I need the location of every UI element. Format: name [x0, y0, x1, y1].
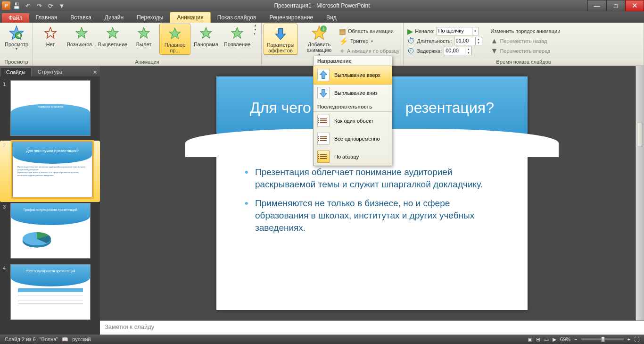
anim-pan-label: Панорама [194, 42, 218, 47]
svg-marker-7 [169, 28, 181, 39]
fit-window-icon[interactable]: ⛶ [632, 336, 641, 342]
anim-reveal[interactable]: Появление [222, 24, 253, 48]
anim-pan[interactable]: Панорама [190, 24, 222, 48]
star-icon [43, 25, 58, 41]
menu-item-label: Все одновременно [334, 136, 380, 142]
tab-home[interactable]: Главная [29, 12, 64, 23]
view-normal-icon[interactable]: ▣ [526, 336, 534, 343]
duration-spinner[interactable]: 01,00▲▼ [454, 37, 482, 45]
refresh-icon[interactable]: ⟳ [45, 1, 56, 10]
svg-marker-8 [200, 27, 212, 38]
star-icon [167, 26, 182, 41]
lines-icon [317, 115, 330, 127]
tab-slides[interactable]: Слайды [0, 67, 32, 76]
tab-review[interactable]: Рецензирование [263, 12, 320, 23]
start-select[interactable]: По щелчку▼ [437, 27, 479, 35]
tab-file[interactable]: Файл [2, 13, 29, 23]
status-language[interactable]: русский [70, 336, 92, 342]
menu-all-at-once[interactable]: Все одновременно [314, 130, 392, 148]
group-effect-params: Параметры эффектов [262, 23, 299, 66]
notes-pane[interactable]: Заметки к слайду [100, 320, 644, 335]
menu-as-one-object[interactable]: Как один объект [314, 112, 392, 130]
thumb-number: 2 [3, 142, 10, 197]
anim-fade[interactable]: Выцветание [97, 24, 128, 48]
slide-body[interactable]: Презентация облегчает понимание аудитори… [245, 166, 499, 241]
menu-item-label: По абзацу [334, 154, 359, 159]
tab-insert[interactable]: Вставка [64, 12, 98, 23]
zoom-in-button[interactable]: + [626, 336, 632, 342]
anim-fly[interactable]: Вылет [128, 24, 159, 48]
move-back-button[interactable]: ▲Переместить назад [489, 36, 562, 46]
slide-panel: Слайды Структура ✕ 1 Создание презентаци… [0, 66, 100, 335]
menu-section-direction: Направление [314, 56, 392, 66]
minimize-button[interactable]: — [587, 0, 606, 11]
tab-slideshow[interactable]: Показ слайдов [211, 12, 263, 23]
duration-label: Длительность: [417, 38, 452, 44]
lines-icon [317, 151, 330, 163]
svg-text:+: + [322, 26, 325, 33]
scroll-handle[interactable] [637, 123, 643, 146]
effect-options-button[interactable]: Параметры эффектов [264, 24, 297, 55]
menu-item-label: Как один объект [334, 118, 373, 124]
anim-float-label: Плавное пр... [163, 42, 187, 53]
anim-none[interactable]: Нет [35, 24, 66, 48]
redo-icon[interactable]: ↷ [34, 1, 44, 10]
group-label-timing: Время показа слайдов [404, 59, 644, 66]
undo-icon[interactable]: ↶ [23, 1, 33, 10]
animation-pane-button[interactable]: ▦Область анимации [337, 26, 401, 36]
anim-reveal-label: Появление [224, 42, 250, 47]
vertical-scrollbar[interactable] [636, 66, 644, 320]
trigger-button[interactable]: ⚡Триггер▼ [337, 36, 401, 46]
zoom-out-button[interactable]: − [572, 336, 579, 342]
tab-transitions[interactable]: Переходы [130, 12, 170, 23]
view-reading-icon[interactable]: ▭ [542, 336, 551, 343]
view-slideshow-icon[interactable]: ▶ [551, 336, 558, 343]
group-label-preview: Просмотр [0, 59, 33, 66]
thumb-3[interactable]: 3 График популярности презентаций [0, 202, 100, 263]
add-animation-button[interactable]: + Добавить анимацию ▼ [301, 24, 337, 59]
ribbon-tabs: Файл Главная Вставка Дизайн Переходы Ани… [0, 11, 644, 23]
thumb-2[interactable]: 2 ☆ Для чего нужна презентация? Презента… [0, 141, 100, 202]
zoom-slider[interactable] [579, 338, 626, 340]
svg-marker-5 [107, 27, 118, 38]
zoom-value: 69% [558, 336, 572, 342]
menu-by-paragraph[interactable]: По абзацу [314, 148, 392, 166]
qat-dropdown-icon[interactable]: ▼ [57, 1, 67, 10]
menu-float-up[interactable]: Выплывание вверх [313, 66, 392, 84]
thumbnails[interactable]: 1 Создание презентацииРазработка по уров… [0, 76, 100, 335]
thumb-1[interactable]: 1 Создание презентацииРазработка по уров… [0, 79, 100, 141]
anim-appear[interactable]: Возникнов... [66, 24, 97, 48]
tab-design[interactable]: Дизайн [98, 12, 130, 23]
anim-gallery-more[interactable]: ▲▼▾ [253, 24, 259, 36]
title-bar: P 💾 ↶ ↷ ⟳ ▼ Презентация1 - Microsoft Pow… [0, 0, 644, 11]
app-icon[interactable]: P [2, 1, 10, 10]
group-timing: ▶Начало: По щелчку▼ ⏱Длительность: 01,00… [404, 23, 644, 66]
thumb-4[interactable]: 4 Рост популярности презентаций [0, 263, 100, 325]
move-forward-button[interactable]: ▼Переместить вперед [489, 46, 562, 56]
menu-item-label: Выплывание вверх [334, 72, 380, 78]
panel-close-icon[interactable]: ✕ [90, 68, 100, 76]
add-animation-label: Добавить анимацию [304, 42, 334, 53]
anim-float[interactable]: Плавное пр... [159, 24, 190, 55]
tab-outline[interactable]: Структура [32, 67, 68, 76]
menu-float-down[interactable]: Выплывание вниз [314, 84, 392, 102]
view-sorter-icon[interactable]: ⊞ [534, 336, 542, 343]
status-spellcheck-icon[interactable]: 📖 [60, 336, 70, 343]
group-preview: Просмотр ▼ Просмотр [0, 23, 33, 66]
status-slide-pos: Слайд 2 из 6 [3, 336, 38, 342]
close-button[interactable]: ✕ [625, 0, 644, 11]
thumb-number: 3 [3, 203, 10, 259]
window-title: Презентация1 - Microsoft PowerPoint [274, 2, 370, 9]
tab-animation[interactable]: Анимация [170, 12, 210, 23]
preview-button[interactable]: Просмотр ▼ [2, 24, 31, 51]
effect-options-label: Параметры эффектов [267, 42, 295, 53]
maximize-button[interactable]: □ [606, 0, 625, 11]
star-icon [198, 25, 214, 41]
delay-spinner[interactable]: 00,00▲▼ [444, 47, 472, 55]
delay-label: Задержка: [417, 48, 442, 54]
arrow-down-icon [273, 26, 288, 41]
save-icon[interactable]: 💾 [11, 1, 22, 10]
tab-view[interactable]: Вид [320, 12, 343, 23]
effect-options-menu: Направление Выплывание вверх Выплывание … [313, 56, 392, 166]
animation-painter-button[interactable]: ✦Анимация по образцу [337, 46, 401, 56]
